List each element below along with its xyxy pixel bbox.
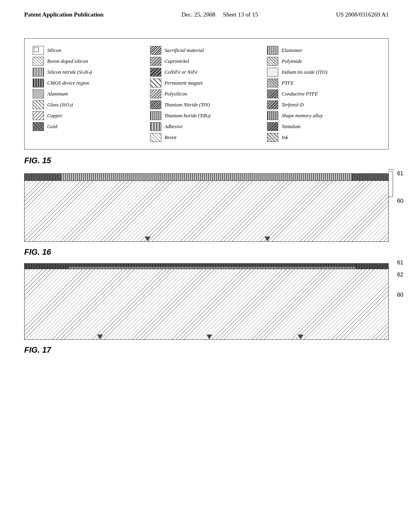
- swatch-resist: [150, 133, 161, 142]
- legend-item-silicon-nitride: Silicon nitride (Si₃N₄): [33, 68, 146, 77]
- legend-item-resist: Resist: [150, 133, 263, 142]
- swatch-elastomer: [267, 46, 278, 55]
- legend-item-ptfe: PTFE: [267, 79, 380, 87]
- legend-item-glass: Glass (SiO₂): [33, 100, 146, 109]
- swatch-adhesive: [150, 122, 161, 131]
- fig16-top-stripe: [25, 174, 388, 181]
- legend-label-gold: Gold: [47, 124, 57, 130]
- fig17-section: 61 62 60 FIG. 17: [24, 263, 389, 355]
- legend-label-adhesive: Adhesive: [165, 124, 183, 130]
- fig16-brackets: [386, 168, 401, 241]
- swatch-titanium-nitride: [150, 100, 161, 109]
- legend-label-sma: Shape memory alloy: [282, 113, 323, 119]
- legend-label-terfenol: Terfenol-D: [282, 102, 303, 108]
- legend-label-polysilicon: Polysilicon: [165, 91, 187, 97]
- swatch-aluminum: [33, 89, 44, 98]
- fig17-arrow1: [97, 335, 103, 339]
- swatch-ptfe: [267, 79, 278, 87]
- legend-label-ito: Indium tin oxide (ITO): [282, 69, 327, 75]
- fig17-top-right: [356, 264, 388, 269]
- legend-item-gold: Gold: [33, 122, 146, 131]
- swatch-silicon: [33, 46, 44, 55]
- legend-label-titanium-nitride: Titanium Nitride (TiN): [165, 102, 210, 108]
- legend-label-glass: Glass (SiO₂): [47, 102, 73, 108]
- legend-item-aluminum: Aluminum: [33, 89, 146, 98]
- legend-label-elastomer: Elastomer: [282, 48, 302, 54]
- legend-item-cupronickel: Cupronickel: [150, 57, 263, 66]
- header-patent-num: US 2008/0316269 A1: [336, 11, 389, 18]
- legend-item-conductive-ptfe: Conductive PTFE: [267, 89, 380, 98]
- legend-item-ito: Indium tin oxide (ITO): [267, 68, 380, 77]
- fig16-top-right-patch: [352, 174, 388, 181]
- fig16-label: FIG. 16: [24, 247, 389, 257]
- swatch-ito: [267, 68, 278, 77]
- legend-item-titanium-boride: Titanium boride (TiB₂): [150, 111, 263, 120]
- legend-item-terfenol: Terfenol-D: [267, 100, 380, 109]
- legend-label-permanent: Permanent magnet: [165, 80, 203, 86]
- header-date-sheet: Dec. 25, 2008 Sheet 13 of 15: [181, 11, 258, 18]
- legend-col2: Sacrificial materialCupronickelCoNiFe or…: [150, 46, 263, 142]
- swatch-ink: [267, 133, 278, 142]
- legend-label-copper: Copper: [47, 113, 63, 119]
- legend-label-silicon-nitride: Silicon nitride (Si₃N₄): [47, 69, 92, 75]
- swatch-gold: [33, 122, 44, 131]
- fig17-top-left: [25, 264, 69, 269]
- swatch-sma: [267, 111, 278, 120]
- swatch-polyimide: [267, 57, 278, 66]
- swatch-tantalum: [267, 122, 278, 131]
- legend-label-resist: Resist: [165, 135, 177, 141]
- fig17-ref62: 62: [397, 271, 403, 278]
- legend-item-permanent: Permanent magnet: [150, 79, 263, 87]
- legend-item-elastomer: Elastomer: [267, 46, 380, 55]
- fig16-top-left-patch: [25, 174, 61, 181]
- legend-item-sma: Shape memory alloy: [267, 111, 380, 120]
- legend-item-boron-doped: Boron doped silicon: [33, 57, 146, 66]
- swatch-conife: [150, 68, 161, 77]
- swatch-silicon-nitride: [33, 68, 44, 77]
- legend-label-cmos: CMOS device region: [47, 80, 89, 86]
- legend-label-polyimide: Polyimide: [282, 58, 302, 64]
- legend-item-polysilicon: Polysilicon: [150, 89, 263, 98]
- legend-item-ink: Ink: [267, 133, 380, 142]
- legend-item-polyimide: Polyimide: [267, 57, 380, 66]
- fig16-main-hatch: [25, 174, 388, 241]
- swatch-glass: [33, 100, 44, 109]
- legend-label-titanium-boride: Titanium boride (TiB₂): [165, 112, 211, 119]
- legend-item-sacrificial: Sacrificial material: [150, 46, 263, 55]
- legend-box: SiliconBoron doped siliconSilicon nitrid…: [24, 38, 389, 150]
- fig16-section: 61 60 FIG. 16: [24, 173, 389, 257]
- legend-item-cmos: CMOS device region: [33, 79, 146, 87]
- main-content: SiliconBoron doped siliconSilicon nitrid…: [0, 22, 413, 355]
- swatch-permanent: [150, 79, 161, 87]
- legend-label-ptfe: PTFE: [282, 80, 294, 86]
- legend-label-aluminum: Aluminum: [47, 91, 68, 97]
- swatch-copper: [33, 111, 44, 120]
- fig15-section: SiliconBoron doped siliconSilicon nitrid…: [24, 38, 389, 165]
- header-sheet: Sheet 13 of 15: [223, 11, 258, 18]
- swatch-boron-doped: [33, 57, 44, 66]
- swatch-sacrificial: [150, 46, 161, 55]
- fig16-diagram: [24, 173, 389, 242]
- legend-label-boron-doped: Boron doped silicon: [47, 58, 88, 64]
- fig17-main-hatch: [25, 264, 388, 339]
- legend-label-ink: Ink: [282, 135, 288, 141]
- swatch-terfenol: [267, 100, 278, 109]
- fig16-wrapper: 61 60: [24, 173, 389, 242]
- legend-label-cupronickel: Cupronickel: [165, 58, 189, 64]
- fig17-arrow2: [206, 335, 212, 339]
- fig17-ref60: 60: [397, 291, 403, 298]
- legend-item-titanium-nitride: Titanium Nitride (TiN): [150, 100, 263, 109]
- fig17-diagram: [24, 263, 389, 340]
- page-header: Patent Application Publication Dec. 25, …: [0, 0, 413, 22]
- header-date: Dec. 25, 2008: [181, 11, 215, 18]
- legend-label-conductive-ptfe: Conductive PTFE: [282, 91, 318, 97]
- swatch-cupronickel: [150, 57, 161, 66]
- fig17-wrapper: 61 62 60: [24, 263, 389, 340]
- swatch-titanium-boride: [150, 111, 161, 120]
- fig17-label: FIG. 17: [24, 345, 389, 355]
- fig16-arrow2: [265, 237, 270, 241]
- swatch-polysilicon: [150, 89, 161, 98]
- fig15-label: FIG. 15: [24, 156, 389, 165]
- legend-item-silicon: Silicon: [33, 46, 146, 55]
- fig16-arrow1: [145, 237, 150, 241]
